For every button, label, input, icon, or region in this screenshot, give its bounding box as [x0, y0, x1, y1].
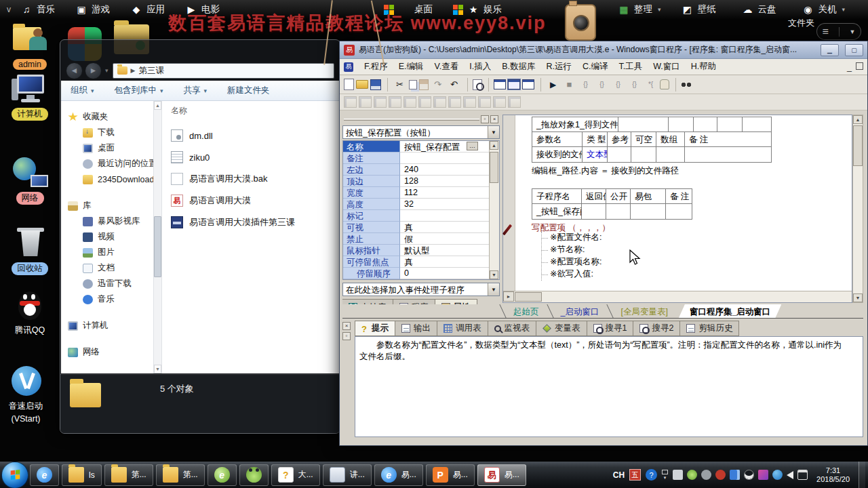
breadcrumb[interactable]: 第三课 [138, 65, 164, 77]
code-statement[interactable]: 编辑框_路径.内容 ＝ 接收到的文件路径 [532, 165, 679, 177]
output-tab[interactable]: ? 提示 [355, 321, 395, 336]
menu-item[interactable]: H.帮助 [691, 61, 717, 73]
align-bottom-icon[interactable] [403, 96, 416, 108]
scroll-up-icon[interactable]: ▲ [853, 115, 863, 124]
toolbar-item[interactable]: ▣ 游戏 [75, 3, 110, 16]
property-value[interactable]: 真 [400, 256, 489, 268]
toolbar-item[interactable]: ◉ 关机 ▾ [802, 3, 845, 16]
sidebar-item[interactable]: 库 [68, 198, 153, 214]
taskbar-button[interactable]: e 易... [374, 464, 423, 486]
start-button[interactable] [1, 462, 28, 488]
copy-icon[interactable] [409, 80, 417, 89]
window-layout-left-icon[interactable] [494, 79, 506, 89]
output-tab[interactable]: 搜寻2 [633, 321, 679, 336]
parameter-row[interactable]: 接收到的文件路径文本型 [532, 147, 771, 162]
align-top-icon[interactable] [389, 96, 401, 108]
property-value[interactable]: 0 [400, 268, 489, 279]
panel-tray-icon[interactable] [730, 470, 740, 480]
horizontal-scrollbar[interactable]: ◄ ► [503, 291, 852, 302]
sidebar-item[interactable]: 暴风影视库 [83, 214, 153, 229]
file-row[interactable]: dm.dll [171, 125, 339, 146]
document-tab[interactable]: _启动窗口 [550, 304, 610, 318]
property-value[interactable] [400, 210, 489, 222]
menu-item[interactable]: B.数据库 [502, 61, 535, 73]
command-bar-item[interactable]: 共享 ▾ [184, 85, 208, 96]
hand-icon[interactable] [660, 79, 669, 89]
close-panel-button[interactable]: × [490, 115, 498, 123]
property-value[interactable]: 32 [400, 199, 489, 210]
desktop-icon-network[interactable]: 网络 [5, 156, 54, 205]
property-row[interactable]: 宽度 112 [343, 187, 489, 199]
sidebar-item[interactable]: 最近访问的位置 [83, 156, 153, 171]
parameter-hint[interactable]: ※配置文件名: [542, 232, 601, 244]
command-bar-item[interactable]: 组织 ▾ [71, 85, 94, 96]
desktop-icon-vstart[interactable]: 音速启动 (VStart) [1, 365, 50, 424]
undo-icon[interactable]: ↶ [447, 78, 461, 92]
subroutine-row[interactable]: _按钮_保存配置_被单击 [532, 204, 692, 219]
open-icon[interactable] [356, 80, 368, 89]
parameter-hint[interactable]: ※节名称: [542, 244, 601, 256]
desktop-icon-qq[interactable]: 腾讯QQ [5, 289, 54, 336]
organizer-view-button[interactable]: ≡ ▼ [816, 23, 861, 40]
show-hidden-icons-button[interactable]: ▾ [662, 470, 668, 480]
code-editor[interactable]: _拖放对象1_得到文件 参数名类 型参考可空数组备 注 接收到的文件路径文本型 … [502, 115, 852, 303]
scrollbar-thumb[interactable] [154, 216, 161, 277]
property-value[interactable]: 真 [400, 222, 489, 233]
redo-icon[interactable]: ↷ [431, 78, 445, 92]
find-icon[interactable] [473, 79, 482, 90]
separator[interactable] [383, 78, 388, 92]
chevron-down-icon[interactable]: ▼ [488, 283, 499, 296]
ellipsis-button[interactable]: … [467, 142, 478, 150]
sidebar-item[interactable]: 图片 [83, 245, 153, 260]
taskbar-button[interactable]: ? 大... [271, 464, 320, 486]
property-row[interactable]: 禁止 假 [343, 233, 489, 245]
document-tab[interactable]: 起始页 [502, 304, 550, 318]
property-row[interactable]: 可视 真 [343, 222, 489, 233]
property-value[interactable]: 假 [400, 233, 489, 245]
menu-item[interactable]: T.工具 [618, 61, 642, 73]
parameter-hint[interactable]: ※欲写入值: [542, 268, 601, 281]
toolbar-item[interactable]: ☁ 云盘 [741, 3, 781, 16]
collapse-chevron-icon[interactable]: v [7, 5, 11, 14]
output-tab[interactable]: 变量表 [536, 321, 587, 336]
stop-icon[interactable]: ■ [562, 78, 576, 92]
child-minimize-button[interactable]: _ [847, 62, 852, 72]
network-tray-icon[interactable] [797, 470, 808, 480]
pinwheel-tray-icon[interactable] [715, 470, 726, 480]
menu-item[interactable]: C.编译 [583, 61, 608, 73]
wubi-input-icon[interactable]: 五 [629, 469, 641, 481]
run-icon[interactable]: ▶ [546, 78, 560, 92]
run-to-cursor-icon[interactable]: *{ [644, 78, 658, 92]
toolbar-item[interactable]: ♫ 音乐 [20, 3, 55, 16]
snap-grid-icon[interactable] [344, 96, 357, 108]
file-row[interactable]: 易语言调用大漠.bak [171, 168, 339, 190]
menu-item[interactable]: W.窗口 [653, 61, 680, 73]
property-value[interactable] [400, 152, 489, 164]
separator[interactable] [463, 78, 468, 92]
taskbar-button[interactable]: P 易... [426, 464, 475, 486]
same-height-icon[interactable] [493, 96, 506, 108]
sidebar-scrollbar[interactable]: ▲ ▼ [153, 101, 162, 373]
input-method-tray-icon[interactable] [673, 470, 683, 480]
sidebar-item[interactable]: 2345Downloads [83, 171, 153, 187]
taskbar-button[interactable] [239, 464, 269, 486]
output-tab[interactable]: 搜寻1 [587, 321, 633, 336]
forward-button[interactable]: ► [85, 62, 102, 79]
parameter-hint[interactable]: ※配置项名称: [542, 256, 601, 268]
close-panel-button[interactable]: × [342, 322, 351, 330]
command-bar-item[interactable]: 新建文件夹 [227, 85, 273, 96]
property-row[interactable]: 名称 按钮_保存配置… [343, 141, 489, 152]
sidebar-item[interactable]: 文档 [83, 260, 153, 276]
toolbar-item[interactable]: ◩ 壁纸 [681, 3, 721, 16]
taskbar-button[interactable]: e [30, 464, 59, 486]
vertical-scrollbar[interactable]: ▲ ▼ [852, 115, 863, 303]
sidebar-item[interactable]: 下载 [83, 125, 153, 140]
property-row[interactable]: 可停留焦点 真 [343, 256, 489, 268]
taskbar-button[interactable]: 第... [156, 464, 205, 486]
property-value[interactable]: 240 [400, 164, 489, 176]
debug-breakpoint-icon[interactable]: {} [578, 78, 593, 92]
same-width-icon[interactable] [478, 96, 491, 108]
sidebar-item[interactable]: 网络 [68, 344, 153, 360]
file-row[interactable]: 易 易语言调用大漠 [171, 190, 339, 211]
sidebar-item[interactable]: 收藏夹 [68, 109, 153, 125]
